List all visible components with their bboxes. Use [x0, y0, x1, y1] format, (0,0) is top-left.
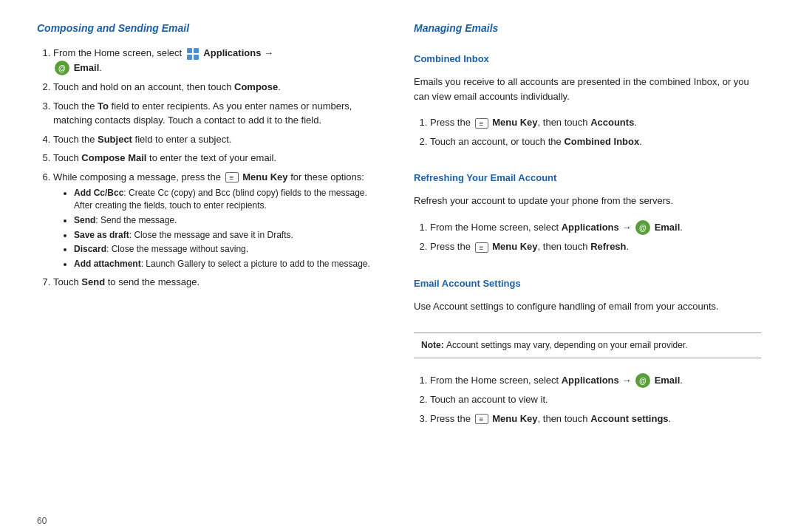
- step-6: While composing a message, press the Men…: [53, 170, 384, 270]
- email-settings-steps: From the Home screen, select Application…: [414, 373, 761, 431]
- page-number: 60: [0, 510, 798, 532]
- step-4: Touch the Subject field to enter a subje…: [53, 132, 384, 147]
- combined-inbox-body: Emails you receive to all accounts are p…: [414, 75, 761, 103]
- svg-rect-2: [187, 55, 192, 60]
- page-content: Composing and Sending Email From the Hom…: [0, 0, 798, 510]
- refreshing-title: Refreshing Your Email Account: [414, 172, 761, 183]
- refreshing-steps: From the Home screen, select Application…: [414, 220, 761, 259]
- grid-icon: [186, 47, 200, 61]
- settings-step-2: Touch an account to view it.: [430, 392, 761, 407]
- option-add-attachment: Add attachment: Launch Gallery to select…: [74, 258, 384, 270]
- email-settings-title: Email Account Settings: [414, 278, 761, 289]
- option-send: Send: Send the message.: [74, 214, 384, 227]
- email-icon-2: [635, 220, 650, 235]
- note-label: Note:: [421, 340, 446, 350]
- settings-step-3: Press the Menu Key, then touch Account s…: [430, 412, 761, 426]
- note-text: Account settings may vary, depending on …: [446, 340, 688, 350]
- email-label: Email: [74, 62, 100, 73]
- option-discard: Discard: Close the message without savin…: [74, 243, 384, 256]
- svg-rect-1: [194, 48, 199, 53]
- combined-step-2: Touch an account, or touch the Combined …: [430, 134, 761, 149]
- step-5: Touch Compose Mail to enter the text of …: [53, 151, 384, 166]
- settings-step-1: From the Home screen, select Application…: [430, 373, 761, 389]
- combined-step-1: Press the Menu Key, then touch Accounts.: [430, 115, 761, 130]
- right-section-title: Managing Emails: [414, 22, 761, 34]
- composing-steps-list: From the Home screen, select Application…: [37, 46, 384, 293]
- step-2: Touch and hold on an account, then touch…: [53, 80, 384, 95]
- step-1: From the Home screen, select Application…: [53, 46, 384, 75]
- options-list: Add Cc/Bcc: Create Cc (copy) and Bcc (bl…: [61, 187, 384, 270]
- menu-key-icon-4: [475, 414, 488, 424]
- svg-rect-0: [187, 48, 192, 53]
- svg-rect-3: [194, 55, 199, 60]
- menu-key-icon-2: [475, 118, 488, 129]
- right-column: Managing Emails Combined Inbox Emails yo…: [414, 22, 761, 488]
- refreshing-body: Refresh your account to update your phon…: [414, 194, 761, 208]
- option-add-ccbcc: Add Cc/Bcc: Create Cc (copy) and Bcc (bl…: [74, 187, 384, 212]
- option-save-draft: Save as draft: Close the message and sav…: [74, 229, 384, 242]
- note-box: Note: Account settings may vary, dependi…: [414, 332, 761, 358]
- applications-label: Applications: [203, 47, 261, 58]
- menu-key-icon-3: [475, 242, 488, 253]
- step-1-text: From the Home screen, select: [53, 47, 185, 58]
- refresh-step-1: From the Home screen, select Application…: [430, 220, 761, 236]
- left-column: Composing and Sending Email From the Hom…: [37, 22, 384, 488]
- left-section-title: Composing and Sending Email: [37, 22, 384, 34]
- combined-inbox-steps: Press the Menu Key, then touch Accounts.…: [414, 115, 761, 153]
- menu-key-icon-1: [225, 172, 239, 183]
- email-app-icon: [55, 61, 69, 75]
- step-7: Touch Send to send the message.: [53, 275, 384, 290]
- combined-inbox-title: Combined Inbox: [414, 53, 761, 64]
- refresh-step-2: Press the Menu Key, then touch Refresh.: [430, 239, 761, 254]
- email-icon-3: [635, 373, 650, 388]
- email-settings-body: Use Account settings to configure handli…: [414, 299, 761, 314]
- step-3: Touch the To field to enter recipients. …: [53, 99, 384, 128]
